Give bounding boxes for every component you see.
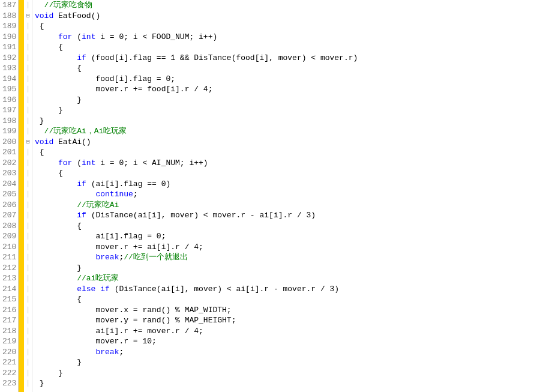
fold-guide: │ xyxy=(24,263,32,274)
token-plain xyxy=(35,348,95,357)
token-comment: //玩家吃Ai，Ai吃玩家 xyxy=(44,127,127,136)
code-line[interactable]: } xyxy=(35,357,540,368)
code-line[interactable]: void EatAi() xyxy=(35,137,540,148)
fold-guide: │ xyxy=(24,221,32,232)
token-plain: } xyxy=(35,116,44,125)
token-keyword: break xyxy=(95,348,119,357)
code-line[interactable]: food[i].flag = 0; xyxy=(35,74,540,85)
token-plain xyxy=(35,285,77,294)
fold-guide: │ xyxy=(24,284,32,295)
fold-guide: │ xyxy=(24,147,32,158)
code-line[interactable]: break; xyxy=(35,347,540,358)
code-editor[interactable]: //玩家吃食物void EatFood() { for (int i = 0; … xyxy=(32,0,540,392)
line-number: 210 xyxy=(2,242,16,253)
token-keyword: int xyxy=(82,158,95,167)
code-line[interactable]: } xyxy=(35,263,540,274)
line-number: 203 xyxy=(2,168,16,179)
fold-toggle-icon[interactable]: ⊟ xyxy=(24,137,32,148)
code-line[interactable]: mover.x = rand() % MAP_WIDTH; xyxy=(35,305,540,316)
token-plain: ; xyxy=(119,348,124,357)
token-plain: { xyxy=(35,295,82,304)
token-plain xyxy=(35,253,95,262)
token-comment: //吃到一个就退出 xyxy=(124,253,188,262)
token-plain: (DisTance(ai[i], mover) < ai[i].r - move… xyxy=(110,285,339,294)
token-plain: EatFood() xyxy=(53,11,100,20)
token-plain xyxy=(35,201,77,210)
token-plain: (ai[i].flag == 0) xyxy=(86,179,170,188)
line-numbers-column: 1871881891901911921931941951961971981992… xyxy=(0,0,18,389)
fold-toggle-icon[interactable]: ⊟ xyxy=(24,11,32,22)
code-line[interactable]: else if (DisTance(ai[i], mover) < ai[i].… xyxy=(35,284,540,295)
code-line[interactable]: void EatFood() xyxy=(35,11,540,22)
code-line[interactable]: if (food[i].flag == 1 && DisTance(food[i… xyxy=(35,53,540,64)
code-line[interactable]: mover.y = rand() % MAP_HEIGHT; xyxy=(35,315,540,326)
fold-guide: │ xyxy=(24,74,32,85)
code-line[interactable]: mover.r += food[i].r / 4; xyxy=(35,84,540,95)
token-plain xyxy=(35,1,44,10)
line-number: 207 xyxy=(2,210,16,221)
fold-guide: │ xyxy=(24,326,32,337)
code-line[interactable]: //玩家吃Ai，Ai吃玩家 xyxy=(35,126,540,137)
code-line[interactable]: { xyxy=(35,294,540,305)
code-line[interactable]: continue; xyxy=(35,189,540,200)
code-line[interactable]: if (ai[i].flag == 0) xyxy=(35,179,540,190)
token-plain: i = 0; i < FOOD_NUM; i++) xyxy=(95,32,217,41)
token-plain: { xyxy=(35,148,44,157)
token-plain: } xyxy=(35,379,44,388)
token-keyword: if xyxy=(77,179,86,188)
code-line[interactable]: { xyxy=(35,21,540,32)
code-line[interactable]: { xyxy=(35,168,540,179)
line-number: 223 xyxy=(2,378,16,389)
code-line[interactable]: //ai吃玩家 xyxy=(35,273,540,284)
code-line[interactable]: } xyxy=(35,95,540,106)
code-line[interactable]: for (int i = 0; i < FOOD_NUM; i++) xyxy=(35,32,540,43)
line-number: 198 xyxy=(2,116,16,127)
token-plain: mover.r += ai[i].r / 4; xyxy=(35,243,203,252)
fold-guide: │ xyxy=(24,179,32,190)
editor-gutter: 1871881891901911921931941951961971981992… xyxy=(0,0,18,392)
code-line[interactable]: break;//吃到一个就退出 xyxy=(35,252,540,263)
token-plain: { xyxy=(35,43,63,52)
code-line[interactable]: //玩家吃Ai xyxy=(35,200,540,211)
token-plain: ( xyxy=(72,32,82,41)
fold-guide: │ xyxy=(24,210,32,221)
fold-guide: │ xyxy=(24,315,32,326)
code-line[interactable]: ai[i].flag = 0; xyxy=(35,231,540,242)
token-plain: ai[i].flag = 0; xyxy=(35,232,166,241)
token-keyword: void xyxy=(35,11,53,20)
code-line[interactable]: mover.r = 10; xyxy=(35,336,540,347)
line-number: 220 xyxy=(2,347,16,358)
token-plain: food[i].flag = 0; xyxy=(35,74,175,83)
code-line[interactable]: { xyxy=(35,147,540,158)
token-plain: } xyxy=(35,369,63,378)
fold-column: │⊟│││││││││││⊟│││││││││││││││││││││││ xyxy=(24,0,32,392)
line-number: 187 xyxy=(2,0,16,11)
fold-guide: │ xyxy=(24,368,32,379)
code-line[interactable]: } xyxy=(35,378,540,389)
code-line[interactable]: //玩家吃食物 xyxy=(35,0,540,11)
code-line[interactable]: } xyxy=(35,368,540,379)
fold-guide: │ xyxy=(24,42,32,53)
code-line[interactable]: { xyxy=(35,221,540,232)
line-number: 206 xyxy=(2,200,16,211)
code-line[interactable]: } xyxy=(35,116,540,127)
token-plain: mover.r = 10; xyxy=(35,337,157,346)
token-keyword: if xyxy=(77,53,86,62)
line-number: 209 xyxy=(2,231,16,242)
code-line[interactable]: mover.r += ai[i].r / 4; xyxy=(35,242,540,253)
code-line[interactable]: } xyxy=(35,105,540,116)
code-line[interactable]: { xyxy=(35,63,540,74)
fold-guide: │ xyxy=(24,63,32,74)
line-number: 197 xyxy=(2,105,16,116)
fold-guide: │ xyxy=(24,189,32,200)
code-line[interactable]: for (int i = 0; i < AI_NUM; i++) xyxy=(35,158,540,169)
code-line[interactable]: if (DisTance(ai[i], mover) < mover.r - a… xyxy=(35,210,540,221)
token-keyword: else xyxy=(77,285,95,294)
code-line[interactable]: ai[i].r += mover.r / 4; xyxy=(35,326,540,337)
token-plain: mover.x = rand() % MAP_WIDTH; xyxy=(35,306,232,315)
fold-guide: │ xyxy=(24,305,32,316)
fold-guide: │ xyxy=(24,158,32,169)
code-line[interactable]: { xyxy=(35,42,540,53)
line-number: 202 xyxy=(2,158,16,169)
line-number: 191 xyxy=(2,42,16,53)
